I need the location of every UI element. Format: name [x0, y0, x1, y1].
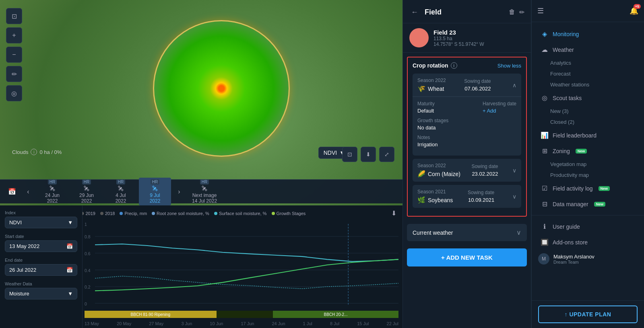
expand-button[interactable]: ⤢: [379, 147, 394, 162]
sidebar-sub-productivity-map[interactable]: Productivity map: [532, 170, 644, 180]
timeline-date-1: 29 Jun: [79, 193, 94, 198]
sidebar-item-field-leaderboard[interactable]: 📊 Field leaderboard: [534, 127, 642, 143]
season-card-corn: Season 2022 🌽 Corn (Maize) Sowing date 2…: [413, 159, 521, 182]
ndvi-label: NDVI: [324, 150, 337, 156]
bbch-segment-1: BBCH 81-90 Ripening: [85, 311, 217, 318]
sidebar-sub-closed-tasks[interactable]: Closed (2): [532, 117, 644, 127]
satellite-icon: 🛰: [152, 185, 158, 192]
zoom-out-button[interactable]: −: [6, 47, 22, 63]
back-button[interactable]: ←: [409, 6, 420, 18]
season-card-header-wheat[interactable]: Season 2022 🌾 Wheat Sowing date 07.06.20…: [413, 74, 521, 96]
timeline-next-button[interactable]: ›: [173, 186, 185, 198]
timeline-item-2[interactable]: HR 🛰 4 Jul 2022: [105, 178, 137, 205]
timeline-next-date: 14 Jul 2022: [192, 198, 217, 204]
field-header-actions: 🗑 ✏: [509, 8, 524, 16]
legend-dot: [272, 212, 275, 215]
season-year-corn: Season 2022: [417, 163, 460, 168]
draw-tool-button[interactable]: ✏: [6, 66, 22, 82]
weather-data-selector[interactable]: Moisture ▼: [5, 288, 77, 299]
hamburger-menu-icon[interactable]: ☰: [537, 6, 544, 15]
clouds-value: 0 ha / 0%: [39, 149, 62, 155]
season-card-header-soybeans[interactable]: Season 2021 🌿 Soybeans Sowing date 10.09…: [413, 185, 521, 208]
calendar-icon: 📅: [66, 243, 73, 249]
season-card-wheat: Season 2022 🌾 Wheat Sowing date 07.06.20…: [413, 74, 521, 156]
notification-button[interactable]: 🔔 +5: [630, 6, 638, 15]
weather-header[interactable]: Current weather ∨: [407, 224, 527, 241]
corn-icon: 🌽: [417, 170, 425, 178]
clouds-info-icon[interactable]: i: [31, 149, 37, 155]
sidebar-top: ☰ 🔔 +5: [532, 0, 644, 22]
sidebar-item-user-guide[interactable]: ℹ User guide: [534, 219, 642, 234]
sidebar-item-monitoring[interactable]: ◈ Monitoring: [534, 26, 642, 42]
sidebar-item-data-manager[interactable]: ⊟ Data manager New: [534, 196, 642, 212]
chart-x-labels: 13 May 20 May 27 May 3 Jun 10 Jun 17 Jun…: [85, 321, 398, 326]
legend-dot: [100, 212, 103, 215]
add-harvesting-date-button[interactable]: + Add: [483, 108, 516, 114]
svg-text:0.4: 0.4: [85, 269, 91, 273]
timeline-year-1: 2022: [81, 198, 92, 204]
timeline-item-0[interactable]: HR 🛰 24 Jun 2022: [36, 178, 68, 205]
timeline-item-1[interactable]: HR 🛰 29 Jun 2022: [70, 178, 103, 205]
wheat-expand-button[interactable]: ∧: [512, 82, 516, 88]
fullscreen-preview-button[interactable]: ⊡: [342, 147, 357, 162]
zoning-new-badge: New: [576, 149, 587, 154]
index-label: Index: [5, 210, 77, 215]
zoom-in-button[interactable]: +: [6, 27, 22, 43]
scout-tasks-label: Scout tasks: [553, 95, 582, 101]
end-date-picker[interactable]: 26 Jul 2022 📅: [5, 264, 77, 276]
delete-field-button[interactable]: 🗑: [509, 8, 515, 16]
weather-icon: ☁: [541, 46, 549, 53]
weather-data-field: Weather Data Moisture ▼: [5, 281, 77, 299]
crop-rotation-section: Crop rotation i Show less Season 2022 🌾 …: [407, 57, 527, 217]
locate-button[interactable]: ◎: [6, 85, 22, 101]
sidebar-item-addons-store[interactable]: 🔲 Add-ons store: [534, 234, 642, 250]
svg-text:0: 0: [85, 302, 87, 306]
sidebar-item-scout-tasks[interactable]: ◎ Scout tasks: [534, 90, 642, 106]
calendar-icon[interactable]: 📅: [4, 184, 20, 200]
sidebar-item-field-activity-log[interactable]: ☑ Field activity log New: [534, 180, 642, 196]
weather-label: Weather: [553, 47, 574, 53]
start-date-picker[interactable]: 13 May 2022 📅: [5, 240, 77, 252]
sidebar-divider: [532, 215, 644, 215]
download-button[interactable]: ⬇: [361, 147, 376, 162]
timeline-prev-button[interactable]: ‹: [22, 186, 34, 198]
sidebar-navigation: ◈ Monitoring ☁ Weather Analytics Forecas…: [532, 22, 644, 300]
end-date-label: End date: [5, 258, 77, 262]
sidebar-sub-analytics[interactable]: Analytics: [532, 57, 644, 68]
timeline-date-2: 4 Jul: [116, 193, 126, 198]
user-profile-item[interactable]: M Maksym Arslanov Dream Team: [532, 250, 644, 268]
soybeans-expand-button[interactable]: ∨: [512, 193, 516, 200]
season-card-header-corn[interactable]: Season 2022 🌽 Corn (Maize) Sowing date 2…: [413, 159, 521, 182]
timeline-next-image[interactable]: HR 🛰 Next image 14 Jul 2022: [187, 178, 222, 205]
user-guide-icon: ℹ: [541, 223, 549, 230]
field-detail-panel: ← Field 🗑 ✏ Field 23 113.5 ha 14.7578° S…: [402, 0, 531, 328]
toggle-panel-button[interactable]: ⊡: [6, 8, 22, 24]
crop-rotation-info-icon[interactable]: i: [451, 62, 457, 69]
weather-data-value: Moisture: [9, 291, 29, 297]
show-less-button[interactable]: Show less: [497, 63, 521, 69]
sidebar-item-zoning[interactable]: ⊞ Zoning New: [534, 143, 642, 159]
scout-tasks-icon: ◎: [541, 94, 549, 102]
field-name: Field 23: [433, 29, 484, 36]
sidebar-sub-weather-stations[interactable]: Weather stations: [532, 79, 644, 90]
index-selector[interactable]: NDVI ▼: [5, 217, 77, 228]
legend-dot: [120, 212, 123, 215]
add-new-task-button[interactable]: + ADD NEW TASK: [407, 248, 527, 266]
hr-badge: HR: [82, 179, 91, 184]
leaderboard-label: Field leaderboard: [553, 132, 597, 139]
start-date-label: Start date: [5, 234, 77, 239]
hr-badge: HR: [151, 179, 159, 184]
sidebar-item-weather[interactable]: ☁ Weather: [534, 42, 642, 57]
monitoring-label: Monitoring: [553, 31, 579, 37]
start-date-field: Start date 13 May 2022 📅: [5, 234, 77, 252]
sidebar-sub-new-tasks[interactable]: New (3): [532, 106, 644, 117]
activity-log-label: Field activity log: [553, 185, 593, 192]
sidebar-sub-forecast[interactable]: Forecast: [532, 68, 644, 79]
addons-store-label: Add-ons store: [553, 239, 588, 246]
bbch-segment-2: [217, 311, 273, 318]
timeline-item-3[interactable]: HR 🛰 9 Jul 2022: [139, 178, 171, 205]
edit-field-button[interactable]: ✏: [519, 8, 524, 16]
corn-expand-button[interactable]: ∨: [512, 167, 516, 174]
update-plan-button[interactable]: ↑ UPDATE PLAN: [538, 305, 638, 323]
sidebar-sub-vegetation-map[interactable]: Vegetation map: [532, 159, 644, 170]
